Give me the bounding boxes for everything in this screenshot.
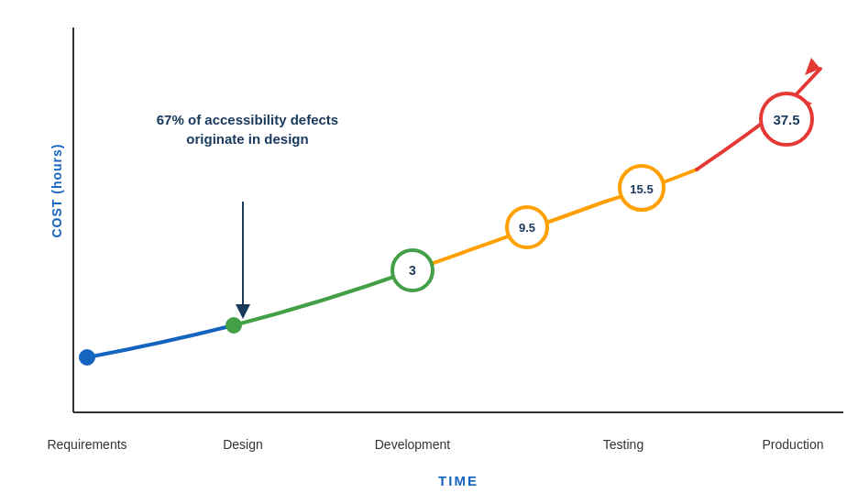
annotation-text: 67% of accessibility defects originate i… <box>156 110 339 148</box>
chart-container: 3 9.5 15.5 37.5 Requirements Design Deve… <box>0 0 858 504</box>
svg-text:Design: Design <box>223 437 263 452</box>
svg-text:15.5: 15.5 <box>630 182 653 196</box>
svg-text:37.5: 37.5 <box>773 112 799 127</box>
chart-svg: 3 9.5 15.5 37.5 Requirements Design Deve… <box>0 0 858 504</box>
svg-text:Requirements: Requirements <box>47 437 126 452</box>
y-axis-label: COST (hours) <box>50 144 64 238</box>
svg-text:TIME: TIME <box>438 473 478 488</box>
svg-point-6 <box>226 318 241 333</box>
svg-text:9.5: 9.5 <box>519 221 535 235</box>
svg-point-5 <box>80 350 94 365</box>
svg-text:3: 3 <box>409 263 416 278</box>
svg-text:Testing: Testing <box>603 437 644 452</box>
svg-text:Development: Development <box>375 437 451 452</box>
svg-text:Production: Production <box>763 437 824 452</box>
